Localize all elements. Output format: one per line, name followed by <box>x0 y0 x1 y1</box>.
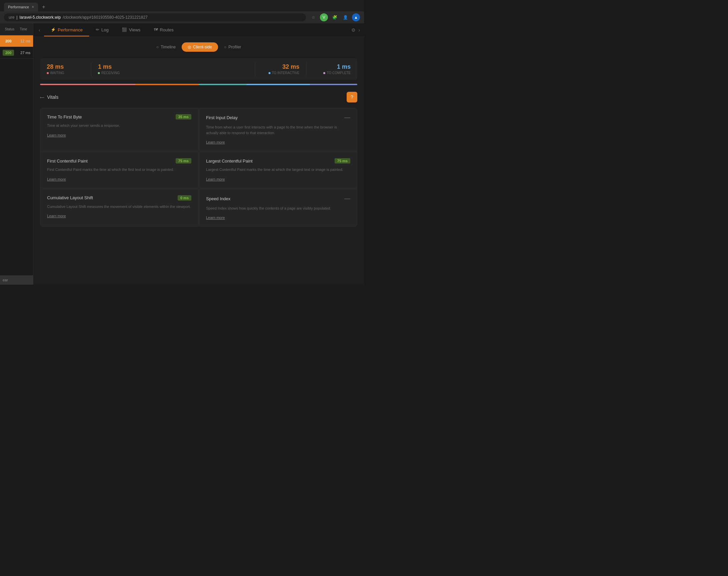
metric-divider-3 <box>306 62 306 76</box>
metric-waiting-label: WAITING <box>47 71 84 75</box>
sidebar-bottom-text: ear <box>3 278 8 282</box>
main-content: ‹ ⚡ Performance ✏ Log ⬛ Views 🗺 Routes ⚙… <box>33 23 364 285</box>
sidebar: Status Time 200 12 ms 200 27 ms ear <box>0 23 33 285</box>
profiler-icon: ○ <box>224 45 226 49</box>
vital-cls-desc: Cumulative Layout Shift measures the mov… <box>47 204 191 209</box>
metric-receiving-value: 1 ms <box>98 63 135 70</box>
tab-title: Performance <box>8 5 29 9</box>
vitals-title: ⟝ Vitals <box>40 94 58 100</box>
url-box[interactable]: ure | laravel-5.clockwork.wip /clockwork… <box>4 13 306 21</box>
puzzle-icon[interactable]: 🧩 <box>331 13 339 21</box>
vital-fid-name: First Input Delay <box>206 115 238 120</box>
vital-fcp-badge: 75 ms <box>176 158 191 164</box>
vuejs-icon[interactable]: V <box>320 13 328 21</box>
log-icon: ✏ <box>96 27 99 32</box>
time-val-2: 27 ms <box>17 51 33 55</box>
settings-icon[interactable]: ⚙ <box>351 27 356 33</box>
bookmark-icon[interactable]: ☆ <box>309 13 317 21</box>
vitals-title-text: Vitals <box>47 94 58 100</box>
active-tab[interactable]: Performance × <box>4 3 38 11</box>
address-bar: ure | laravel-5.clockwork.wip /clockwork… <box>0 11 364 23</box>
vital-ttfb-learn-more[interactable]: Learn more <box>47 133 66 137</box>
vital-lcp-desc: Largest Contentful Paint marks the time … <box>206 167 350 173</box>
client-side-icon: ◎ <box>188 45 191 49</box>
browser-icons: ☆ V 🧩 👤 ▲ <box>309 13 360 21</box>
vital-ttfb-badge: 35 ms <box>176 114 191 119</box>
url-prefix: ure <box>9 15 15 20</box>
subtab-client-side-label: Client-side <box>193 45 212 49</box>
vital-lcp-name: Largest Contentful Paint <box>206 159 252 164</box>
new-tab-button[interactable]: + <box>39 3 48 11</box>
performance-icon: ⚡ <box>51 27 56 32</box>
metric-waiting-value: 28 ms <box>47 63 84 70</box>
tab-close-button[interactable]: × <box>32 5 34 9</box>
vital-card-fid: First Input Delay — Time from when a use… <box>199 108 357 151</box>
url-separator: | <box>16 15 17 20</box>
vital-cls-learn-more[interactable]: Learn more <box>47 214 66 218</box>
vital-card-si: Speed Index — Speed Index shows how quic… <box>199 189 357 227</box>
vitals-help-button[interactable]: ? <box>347 92 357 103</box>
vital-card-fcp-header: First Contentful Paint 75 ms <box>47 158 191 164</box>
progress-bar <box>40 84 357 85</box>
metric-complete-value: 1 ms <box>337 63 351 70</box>
nav-chevron-right[interactable]: › <box>358 27 360 33</box>
vital-fid-desc: Time from when a user first interacts wi… <box>206 124 350 136</box>
vital-fcp-learn-more[interactable]: Learn more <box>47 177 66 181</box>
tab-log-label: Log <box>101 27 109 32</box>
vital-lcp-badge: 75 ms <box>334 158 350 164</box>
subtab-client-side[interactable]: ◎ Client-side <box>182 42 218 52</box>
time-val-1: 12 ms <box>17 39 33 43</box>
tab-views-label: Views <box>129 27 140 32</box>
subtab-timeline-label: Timeline <box>161 45 176 49</box>
vital-card-si-header: Speed Index — <box>206 195 350 202</box>
vital-lcp-learn-more[interactable]: Learn more <box>206 177 225 181</box>
app: Status Time 200 12 ms 200 27 ms ear ‹ ⚡ … <box>0 23 364 285</box>
vital-si-name: Speed Index <box>206 196 231 201</box>
vital-card-ttfb: Time To First Byte 35 ms Time at which y… <box>40 108 198 151</box>
tab-performance[interactable]: ⚡ Performance <box>44 24 89 36</box>
status-badge-1: 200 <box>3 38 14 44</box>
subtab-profiler[interactable]: ○ Profiler <box>218 42 247 52</box>
vital-fcp-name: First Contentful Paint <box>47 159 87 164</box>
nav-settings: ⚙ › <box>351 27 363 33</box>
sidebar-row-2[interactable]: 200 27 ms <box>0 47 33 59</box>
extension-icon[interactable]: ▲ <box>352 13 360 21</box>
vital-card-fid-header: First Input Delay — <box>206 114 350 121</box>
tab-routes[interactable]: 🗺 Routes <box>147 24 180 36</box>
metric-receiving: 1 ms RECEIVING <box>98 63 135 75</box>
vital-fid-dash: — <box>344 114 350 121</box>
account-icon[interactable]: 👤 <box>341 13 349 21</box>
metric-to-complete: 1 ms TO COMPLETE <box>313 63 351 75</box>
tab-routes-label: Routes <box>160 27 174 32</box>
metric-to-interactive: 32 ms TO INTERACTIVE <box>262 63 299 75</box>
tab-bar: Performance × + <box>0 0 364 11</box>
status-badge-2: 200 <box>3 50 14 56</box>
nav-tabs: ‹ ⚡ Performance ✏ Log ⬛ Views 🗺 Routes ⚙… <box>33 23 364 37</box>
vitals-grid: Time To First Byte 35 ms Time at which y… <box>40 108 357 227</box>
sidebar-bottom: ear <box>0 275 33 285</box>
metric-waiting: 28 ms WAITING <box>47 63 84 75</box>
dot-green <box>98 72 100 74</box>
tab-views[interactable]: ⬛ Views <box>115 24 147 36</box>
vitals-waveform-icon: ⟝ <box>40 94 45 100</box>
tab-performance-label: Performance <box>58 27 82 32</box>
metric-divider-1 <box>91 62 91 76</box>
vital-fcp-desc: First Contentful Paint marks the time at… <box>47 167 191 173</box>
vital-cls-badge: 0 ms <box>178 195 191 201</box>
tab-log[interactable]: ✏ Log <box>89 24 115 36</box>
vital-card-lcp: Largest Contentful Paint 75 ms Largest C… <box>199 152 357 188</box>
vital-fid-learn-more[interactable]: Learn more <box>206 140 225 144</box>
metric-complete-label: TO COMPLETE <box>323 71 351 75</box>
help-icon: ? <box>351 94 353 100</box>
nav-chevron-left[interactable]: ‹ <box>35 23 44 37</box>
sidebar-col-time: Time <box>17 26 31 32</box>
dot-red <box>47 72 49 74</box>
vital-si-desc: Speed Index shows how quickly the conten… <box>206 206 350 211</box>
subtab-timeline[interactable]: ○ Timeline <box>150 42 182 52</box>
vitals-header: ⟝ Vitals ? <box>40 92 357 103</box>
url-path: /clockwork/app#1601935580-4025-123122182… <box>63 15 147 20</box>
vital-card-cls: Cumulative Layout Shift 0 ms Cumulative … <box>40 189 198 227</box>
metric-receiving-label: RECEIVING <box>98 71 135 75</box>
vital-si-learn-more[interactable]: Learn more <box>206 215 225 220</box>
sidebar-row-1[interactable]: 200 12 ms <box>0 35 33 47</box>
